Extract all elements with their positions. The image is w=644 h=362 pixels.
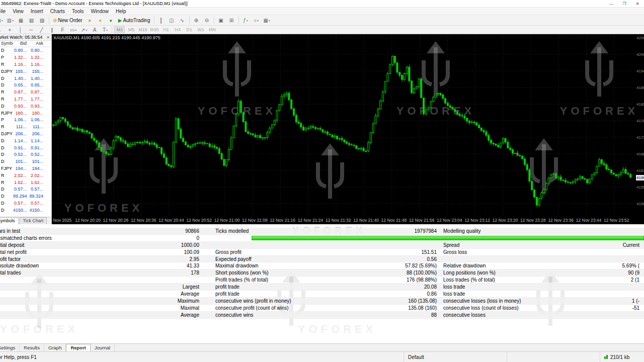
timeframe-button-m15[interactable]: M15 — [137, 26, 148, 33]
autotrading-button[interactable]: ▶AutoTrading — [117, 16, 152, 25]
fibonacci-icon[interactable]: F — [58, 26, 67, 34]
menu-item-tools[interactable]: Tools — [68, 9, 87, 14]
market-watch-row[interactable]: DJPY206...206... — [0, 131, 51, 138]
market-watch-row[interactable]: D0.52...0.52... — [0, 151, 51, 158]
text-label-icon[interactable]: T▾ — [100, 26, 110, 34]
navigator-icon[interactable]: ▧ — [27, 16, 36, 25]
market-watch-row[interactable]: D4150...4150... — [0, 207, 51, 214]
periods-icon[interactable]: ○▾ — [252, 16, 261, 25]
menu-item-insert[interactable]: Insert — [27, 9, 47, 14]
market-watch-row[interactable]: D0.80...0.80... — [0, 47, 51, 54]
x-axis-label: 12 Nov 20:28 — [103, 218, 129, 223]
new-chart-icon[interactable]: ▤▾ — [0, 16, 4, 25]
bid-column-header[interactable]: Bid — [13, 41, 28, 47]
bonus-coin-icon[interactable]: ● — [96, 16, 105, 25]
close-button[interactable]: ✕ — [631, 0, 644, 8]
ask-price: 206... — [28, 131, 44, 136]
timeframe-button-m1[interactable]: M1 — [114, 26, 125, 33]
market-watch-row[interactable]: R1.77...1.77... — [0, 96, 51, 103]
tester-tab-results[interactable]: Results — [20, 344, 44, 351]
status-connection: 210/1 kb — [600, 352, 644, 362]
menu-item-view[interactable]: View — [9, 9, 27, 14]
tester-tab-report[interactable]: Report — [66, 344, 91, 351]
market-watch-row[interactable]: RJPY180...180... — [0, 110, 51, 117]
bid-price: 0.52... — [13, 152, 28, 157]
maximize-button[interactable]: ❐ — [618, 0, 631, 8]
timeframe-button-h4[interactable]: H4 — [172, 26, 183, 33]
report-label: loss trade — [443, 291, 564, 297]
horizontal-line-icon[interactable]: ─ — [26, 26, 36, 34]
tester-tab-graph[interactable]: Graph — [44, 344, 66, 351]
tester-tab-settings[interactable]: Settings — [0, 344, 20, 351]
market-watch-row[interactable]: D0.57...0.57... — [0, 186, 51, 193]
candlestick-chart-icon[interactable]: ◫ — [167, 16, 177, 25]
report-value: 0 — [119, 235, 199, 241]
line-chart-icon[interactable]: ∿ — [178, 16, 187, 25]
timeframe-button-d1[interactable]: D1 — [184, 26, 194, 33]
market-watch-row[interactable]: FJPY194...194... — [0, 165, 51, 172]
market-watch-row[interactable]: R0.87...0.87... — [0, 89, 51, 96]
x-axis-label: 12 Nov 21:08 — [242, 218, 268, 223]
candlestick-chart[interactable] — [52, 34, 636, 216]
tab-tick-chart[interactable]: Tick Chart — [20, 217, 47, 224]
crosshair-icon[interactable]: + — [5, 26, 15, 34]
chart-price-axis[interactable]: 4190.97 4206.04200.44194.84189.24183.641… — [636, 34, 644, 216]
auto-arrange-icon[interactable]: ⊞ — [227, 16, 236, 25]
timeframe-button-m5[interactable]: M5 — [126, 26, 136, 33]
menu-item-window[interactable]: Window — [87, 9, 112, 14]
market-watch-row[interactable]: D101...101... — [0, 158, 51, 165]
trendline-icon[interactable]: ╱ — [37, 26, 46, 34]
arrows-icon[interactable]: ↗▾ — [79, 26, 89, 34]
zoom-in-icon[interactable]: ⊕ — [192, 16, 201, 25]
deposit-coin-icon[interactable]: ● — [85, 16, 95, 25]
market-watch-row[interactable]: R2.02...2.02... — [0, 172, 51, 179]
bar-chart-icon[interactable]: ║ — [156, 16, 166, 25]
timeframe-button-h1[interactable]: H1 — [160, 26, 171, 33]
market-watch-row[interactable]: R1.62...1.62... — [0, 179, 51, 186]
market-watch-row[interactable]: D0.65...0.65... — [0, 82, 51, 89]
menu-item-charts[interactable]: Charts — [47, 9, 68, 14]
timeframe-button-mn[interactable]: MN — [207, 26, 217, 33]
market-watch-row[interactable]: D0.57...0.57... — [0, 200, 51, 207]
web-terminal-icon[interactable]: ● — [106, 16, 116, 25]
zoom-out-icon[interactable]: ⊖ — [202, 16, 212, 25]
market-watch-row[interactable]: D0.91...0.91... — [0, 144, 51, 151]
tile-windows-icon[interactable]: ▣ — [216, 16, 226, 25]
report-value: 90866 — [119, 228, 199, 234]
price-axis-label: 4183.6 — [636, 102, 644, 107]
market-watch-row[interactable]: P1.06...1.06... — [0, 117, 51, 124]
vertical-line-icon[interactable]: │ — [16, 26, 25, 34]
market-watch-row[interactable]: R111...111... — [0, 124, 51, 131]
timeframe-button-m30[interactable]: M30 — [149, 26, 159, 33]
market-watch-icon[interactable]: ▦ — [16, 16, 26, 25]
shapes-icon[interactable]: ▭▾ — [68, 26, 78, 34]
bid-price: 1.32... — [13, 55, 28, 60]
market-watch-row[interactable]: P1.32...1.32... — [0, 54, 51, 61]
menu-item-help[interactable]: Help — [112, 9, 130, 14]
timeframe-button-w1[interactable]: W1 — [195, 26, 206, 33]
market-watch-row[interactable]: D1.14...1.14... — [0, 137, 51, 144]
profiles-icon[interactable]: ▥▾ — [5, 16, 15, 25]
templates-icon[interactable]: ▦▾ — [262, 16, 272, 25]
menu-item-file[interactable]: File — [0, 9, 9, 14]
tab-symbols[interactable]: Symbols — [0, 217, 19, 224]
bid-price: 0.80... — [13, 48, 28, 53]
market-watch-row[interactable]: D89.29489.324 — [0, 193, 51, 200]
text-icon[interactable]: A — [90, 26, 99, 34]
market-watch-row[interactable]: D1.40...1.40... — [0, 75, 51, 82]
minimize-button[interactable]: — — [605, 0, 618, 8]
close-icon[interactable]: ✕ — [46, 35, 50, 40]
ask-price: 1.32... — [28, 55, 44, 60]
terminal-icon[interactable]: ▨ — [37, 16, 47, 25]
tester-tab-journal[interactable]: Journal — [91, 344, 115, 351]
new-order-button[interactable]: ⊕New Order — [51, 16, 84, 25]
symbol-column-header[interactable]: Symbol — [0, 41, 13, 47]
indicators-icon[interactable]: ƒ▾ — [241, 16, 251, 25]
chart-window[interactable]: XAUUSD,M1 4190.605 4191.215 4190.445 419… — [52, 34, 644, 224]
cursor-icon[interactable]: ↖ — [0, 26, 4, 34]
ask-column-header[interactable]: Ask — [28, 41, 44, 47]
market-watch-row[interactable]: D0.93...0.93... — [0, 103, 51, 110]
market-watch-row[interactable]: R1.16...1.16... — [0, 61, 51, 68]
market-watch-row[interactable]: DJPY155...155... — [0, 68, 51, 75]
channel-icon[interactable]: ∥ — [47, 26, 57, 34]
